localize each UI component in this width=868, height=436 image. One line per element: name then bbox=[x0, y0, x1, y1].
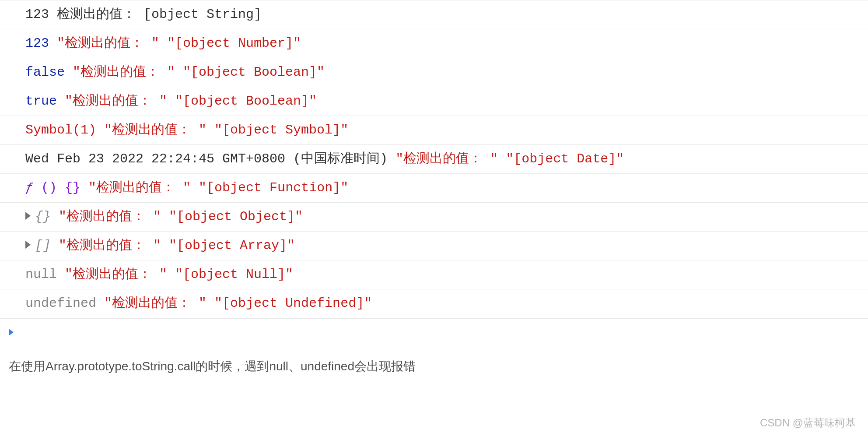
log-value: true bbox=[25, 94, 57, 109]
log-result: "[object Undefined]" bbox=[214, 296, 372, 311]
log-result: "[object Function]" bbox=[199, 180, 348, 195]
console-log-row: Wed Feb 23 2022 22:24:45 GMT+0800 (中国标准时… bbox=[0, 145, 868, 174]
console-log-row: true "检测出的值： " "[object Boolean]" bbox=[0, 87, 868, 116]
log-value[interactable]: [] bbox=[35, 238, 51, 253]
expand-triangle-icon[interactable] bbox=[25, 241, 31, 249]
console-output: 123 检测出的值： [object String] 123 "检测出的值： "… bbox=[0, 0, 868, 346]
log-value: Wed Feb 23 2022 22:24:45 GMT+0800 (中国标准时… bbox=[25, 151, 388, 166]
log-result: "[object Boolean]" bbox=[175, 94, 317, 109]
log-result: [object String] bbox=[144, 7, 262, 22]
log-label: "检测出的值： " bbox=[73, 65, 175, 80]
console-log-row: ƒ () {} "检测出的值： " "[object Function]" bbox=[0, 174, 868, 203]
article-paragraph: 在使用Array.prototype.toString.call的时候，遇到nu… bbox=[0, 346, 868, 375]
log-label: "检测出的值： " bbox=[65, 267, 167, 282]
log-label: "检测出的值： " bbox=[57, 36, 159, 51]
prompt-chevron-icon bbox=[9, 329, 14, 336]
log-value[interactable]: {} bbox=[35, 209, 51, 224]
log-label: 检测出的值： bbox=[57, 7, 144, 22]
log-value: () {} bbox=[33, 180, 80, 195]
console-log-row: [] "检测出的值： " "[object Array]" bbox=[0, 232, 868, 260]
console-log-row: undefined "检测出的值： " "[object Undefined]" bbox=[0, 289, 868, 318]
log-result: "[object Boolean]" bbox=[183, 65, 325, 80]
console-log-row: false "检测出的值： " "[object Boolean]" bbox=[0, 58, 868, 87]
log-result: "[object Null]" bbox=[175, 267, 293, 282]
log-value: Symbol(1) bbox=[25, 123, 96, 137]
log-label: "检测出的值： " bbox=[59, 238, 161, 253]
log-result: "[object Symbol]" bbox=[214, 123, 348, 137]
log-result: "[object Object]" bbox=[169, 209, 303, 224]
function-f-icon: ƒ bbox=[25, 180, 33, 195]
log-value: null bbox=[25, 267, 57, 282]
log-label: "检测出的值： " bbox=[88, 180, 191, 195]
console-log-row: {} "检测出的值： " "[object Object]" bbox=[0, 203, 868, 232]
log-label: "检测出的值： " bbox=[59, 209, 161, 224]
log-value: undefined bbox=[25, 296, 96, 311]
console-prompt[interactable] bbox=[0, 318, 868, 346]
log-label: "检测出的值： " bbox=[104, 296, 206, 311]
console-log-row: 123 检测出的值： [object String] bbox=[0, 0, 868, 29]
log-label: "检测出的值： " bbox=[104, 123, 206, 137]
console-log-row: Symbol(1) "检测出的值： " "[object Symbol]" bbox=[0, 116, 868, 145]
watermark-text: CSDN @蓝莓味柯基 bbox=[760, 416, 856, 430]
console-log-row: null "检测出的值： " "[object Null]" bbox=[0, 260, 868, 289]
log-value: 123 bbox=[25, 7, 49, 22]
expand-triangle-icon[interactable] bbox=[25, 212, 31, 220]
log-value: 123 bbox=[25, 36, 49, 51]
log-result: "[object Array]" bbox=[169, 238, 295, 253]
console-log-row: 123 "检测出的值： " "[object Number]" bbox=[0, 29, 868, 58]
log-label: "检测出的值： " bbox=[65, 94, 167, 109]
log-label: "检测出的值： " bbox=[396, 151, 498, 166]
log-result: "[object Date]" bbox=[506, 151, 624, 166]
log-value: false bbox=[25, 65, 65, 80]
log-result: "[object Number]" bbox=[167, 36, 301, 51]
